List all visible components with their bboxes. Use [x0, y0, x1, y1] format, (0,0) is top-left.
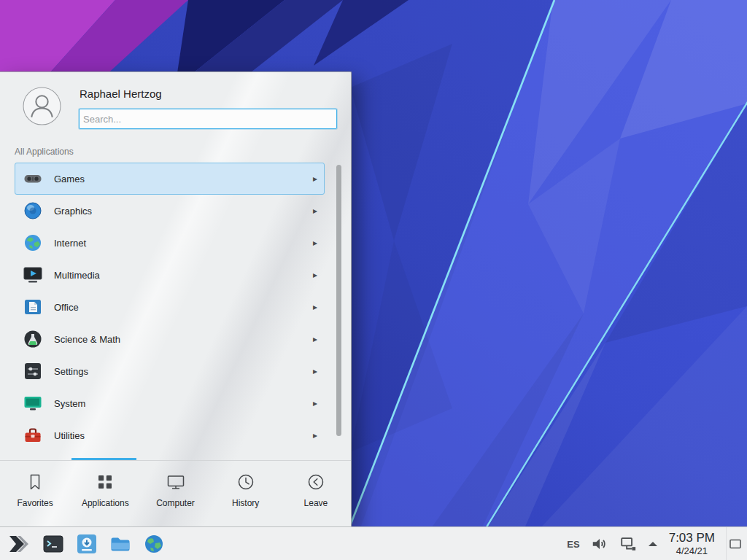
category-row-office[interactable]: Office — [15, 291, 325, 323]
application-launcher-menu: Raphael Hertzog All Applications Games G… — [0, 71, 352, 527]
category-label: Multimedia — [54, 270, 100, 281]
user-avatar — [23, 87, 61, 125]
show-desktop-button[interactable] — [726, 527, 744, 560]
taskbar: ES 7:03 PM 4/24/21 — [0, 526, 747, 560]
tab-favorites[interactable]: Favorites — [0, 461, 70, 527]
chevron-right-icon — [313, 367, 317, 376]
expand-tray-icon[interactable] — [648, 540, 658, 548]
category-label: Utilities — [54, 430, 85, 441]
category-row-help[interactable]: Help — [15, 451, 325, 459]
tab-label: Applications — [82, 498, 129, 508]
clock[interactable]: 7:03 PM 4/24/21 — [669, 531, 715, 556]
chevron-right-icon — [313, 303, 317, 311]
software-center-icon[interactable] — [76, 533, 98, 555]
category-row-utilities[interactable]: Utilities — [15, 419, 325, 451]
science-flask-icon — [23, 329, 43, 349]
tab-applications[interactable]: Applications — [70, 461, 140, 527]
category-label: Office — [54, 302, 79, 313]
chevron-right-icon — [313, 238, 317, 247]
graphics-icon — [23, 201, 43, 221]
gamepad-icon — [23, 168, 43, 189]
system-monitor-icon — [23, 393, 43, 413]
multimedia-icon — [23, 265, 43, 285]
category-label: Graphics — [54, 206, 92, 217]
tab-label: Leave — [304, 498, 328, 508]
chevron-right-icon — [313, 174, 317, 183]
category-label: Games — [54, 174, 85, 184]
history-clock-icon — [236, 472, 256, 492]
system-tray: ES 7:03 PM 4/24/21 — [567, 527, 747, 560]
toolbox-icon — [23, 425, 43, 446]
category-row-science-math[interactable]: Science & Math — [15, 323, 325, 355]
category-label: Settings — [54, 366, 88, 377]
chevron-right-icon — [313, 271, 317, 279]
app-grid-icon — [95, 472, 115, 492]
web-browser-icon[interactable] — [143, 533, 165, 555]
tab-leave[interactable]: Leave — [281, 461, 351, 527]
search-input[interactable] — [79, 109, 337, 129]
help-icon — [23, 457, 43, 459]
category-row-settings[interactable]: Settings — [15, 355, 325, 387]
scrollbar — [336, 165, 341, 436]
tab-label: Computer — [156, 498, 195, 508]
tab-label: History — [232, 498, 259, 508]
keyboard-layout-indicator[interactable]: ES — [567, 539, 579, 550]
category-label: Internet — [54, 238, 86, 249]
category-list: Games Graphics Internet — [15, 163, 325, 459]
app-launcher-icon[interactable] — [6, 532, 31, 556]
category-row-graphics[interactable]: Graphics — [15, 195, 325, 227]
desktop: Raphael Hertzog All Applications Games G… — [0, 0, 747, 560]
clock-time: 7:03 PM — [669, 531, 715, 545]
office-icon — [23, 297, 43, 317]
volume-icon[interactable] — [591, 535, 608, 553]
show-desktop-icon — [729, 537, 742, 551]
settings-sliders-icon — [23, 361, 43, 381]
chevron-right-icon — [313, 335, 317, 343]
scrollbar-thumb[interactable] — [336, 165, 341, 436]
chevron-right-icon — [313, 399, 317, 408]
chevron-right-icon — [313, 206, 317, 215]
file-manager-icon[interactable] — [109, 533, 131, 555]
tab-history[interactable]: History — [211, 461, 281, 527]
leave-icon — [306, 472, 326, 492]
clock-date: 4/24/21 — [669, 545, 715, 556]
taskbar-launchers — [0, 532, 165, 556]
section-label: All Applications — [15, 147, 74, 157]
tab-label: Favorites — [17, 498, 53, 508]
category-row-internet[interactable]: Internet — [15, 227, 325, 259]
user-name: Raphael Hertzog — [80, 88, 162, 100]
category-row-multimedia[interactable]: Multimedia — [15, 259, 325, 291]
category-row-system[interactable]: System — [15, 387, 325, 419]
category-label: System — [54, 398, 85, 409]
computer-icon — [166, 472, 186, 492]
category-label: Science & Math — [54, 334, 120, 345]
launcher-tabbar: Favorites Applications Computer History — [0, 460, 351, 527]
chevron-right-icon — [313, 431, 317, 440]
tab-computer[interactable]: Computer — [140, 461, 210, 527]
network-icon[interactable] — [619, 535, 637, 553]
category-row-games[interactable]: Games — [15, 163, 325, 195]
globe-icon — [23, 233, 43, 253]
terminal-icon[interactable] — [42, 533, 64, 555]
bookmark-icon — [25, 472, 45, 492]
